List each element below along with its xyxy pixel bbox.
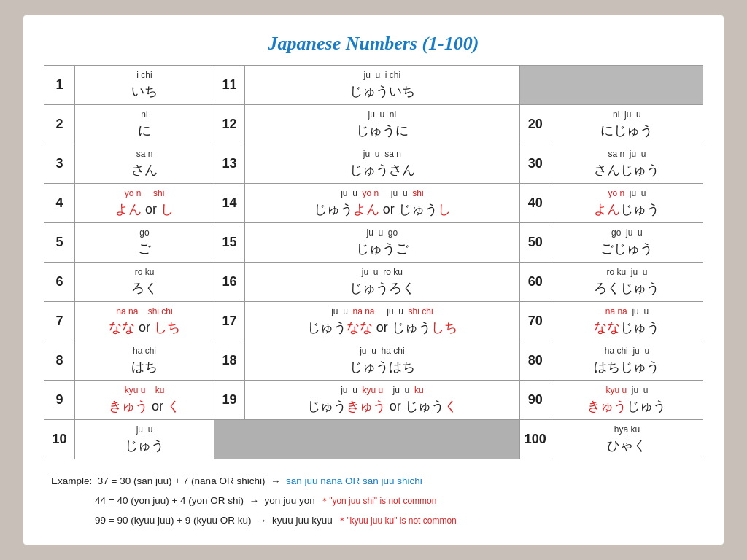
num-90: 90 [519,381,551,420]
reading-5: go ご [75,223,214,262]
num-16: 16 [214,262,244,302]
page-title: Japanese Numbers (1-100) [44,33,703,55]
num-30: 30 [519,144,551,184]
reading-60: ro ku ju u ろくじゅう [551,262,703,302]
reading-17: ju u na na ju u shi chi じゅうなな or じゅうしち [244,302,519,341]
num-13: 13 [214,144,244,184]
empty-top-right [519,66,703,105]
num-80: 80 [519,341,551,381]
num-11: 11 [214,66,244,105]
reading-12: ju u ni じゅうに [244,105,519,144]
num-6: 6 [44,262,75,302]
examples-section: Example: 37 = 30 (san juu) + 7 (nana OR … [44,471,703,530]
reading-100: hya ku ひゃく [551,420,703,459]
num-14: 14 [214,184,244,223]
reading-15: ju u go じゅうご [244,223,519,262]
reading-90: kyu u ju u きゅうじゅう [551,381,703,420]
num-2: 2 [44,105,75,144]
reading-6: ro ku ろく [75,262,214,302]
num-9: 9 [44,381,75,420]
reading-1: i chi いち [75,66,214,105]
reading-3: sa n さん [75,144,214,184]
reading-50: go ju u ごじゅう [551,223,703,262]
num-1: 1 [44,66,75,105]
num-19: 19 [214,381,244,420]
numbers-table: 1 i chi いち 11 ju u i chi じゅういち 2 ni に [44,65,703,459]
num-17: 17 [214,302,244,341]
num-50: 50 [519,223,551,262]
num-70: 70 [519,302,551,341]
reading-9: kyu u ku きゅう or く [75,381,214,420]
reading-19: ju u kyu u ju u ku じゅうきゅう or じゅうく [244,381,519,420]
reading-14: ju u yo n ju u shi じゅうよん or じゅうし [244,184,519,223]
num-12: 12 [214,105,244,144]
num-3: 3 [44,144,75,184]
num-18: 18 [214,341,244,381]
num-10: 10 [44,420,75,459]
num-4: 4 [44,184,75,223]
reading-11: ju u i chi じゅういち [244,66,519,105]
reading-30: sa n ju u さんじゅう [551,144,703,184]
reading-2: ni に [75,105,214,144]
num-5: 5 [44,223,75,262]
num-100: 100 [519,420,551,459]
reading-8: ha chi はち [75,341,214,381]
reading-4: yo n shi よん or し [75,184,214,223]
num-15: 15 [214,223,244,262]
num-40: 40 [519,184,551,223]
reading-16: ju u ro ku じゅうろく [244,262,519,302]
reading-40: yo n ju u よんじゅう [551,184,703,223]
num-20: 20 [519,105,551,144]
reading-70: na na ju u ななじゅう [551,302,703,341]
num-8: 8 [44,341,75,381]
reading-18: ju u ha chi じゅうはち [244,341,519,381]
reading-13: ju u sa n じゅうさん [244,144,519,184]
empty-10-right [214,420,519,459]
reading-10: ju u じゅう [75,420,214,459]
example-line-3: 99 = 90 (kyuu juu) + 9 (kyuu OR ku) → ky… [51,510,703,530]
reading-7: na na shi chi なな or しち [75,302,214,341]
reading-20: ni ju u にじゅう [551,105,703,144]
reading-80: ha chi ju u はちじゅう [551,341,703,381]
num-7: 7 [44,302,75,341]
example-line-2: 44 = 40 (yon juu) + 4 (yon OR shi) → yon… [51,491,703,510]
example-line-1: Example: 37 = 30 (san juu) + 7 (nana OR … [51,471,703,491]
main-card: Japanese Numbers (1-100) 1 i chi いち 11 j… [23,15,724,545]
num-60: 60 [519,262,551,302]
